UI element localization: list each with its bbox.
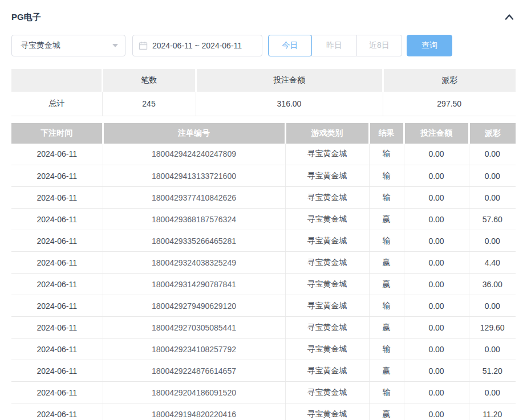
game-category-cell: 寻宝黄金城	[285, 165, 369, 187]
result-cell: 输	[369, 187, 404, 209]
last-8-days-button[interactable]: 近8日	[356, 35, 402, 56]
bet-amount-cell: 0.00	[404, 274, 469, 295]
date-range-input[interactable]: 2024-06-11 ~ 2024-06-11	[132, 35, 262, 56]
result-cell: 赢	[369, 209, 404, 230]
header-payout: 派彩	[469, 123, 516, 144]
order-id-cell: 1800429204186091520	[103, 382, 285, 403]
summary-header-empty	[11, 69, 102, 92]
table-row: 2024-06-111800429204186091520寻宝黄金城输0.000…	[11, 382, 516, 403]
chevron-up-icon	[504, 13, 514, 21]
bet-table-header-row: 下注时间 注单编号 游戏类别 结果 投注金额 派彩	[11, 123, 516, 144]
date-quick-button-group: 今日 昨日 近8日	[268, 35, 402, 56]
payout-cell: 11.20	[469, 403, 516, 420]
payout-cell: 0.00	[469, 144, 516, 165]
bet-amount-cell: 0.00	[404, 317, 469, 339]
table-row: 2024-06-111800429314290787841寻宝黄金城赢0.003…	[11, 274, 516, 295]
order-id-cell: 1800429279490629120	[103, 295, 285, 317]
header-result: 结果	[369, 123, 404, 144]
collapse-panel-button[interactable]	[503, 12, 516, 22]
order-id-cell: 1800429413133721600	[103, 165, 285, 187]
header-bet-time: 下注时间	[11, 123, 103, 144]
yesterday-button[interactable]: 昨日	[311, 35, 357, 56]
payout-cell: 0.00	[469, 382, 516, 403]
game-category-cell: 寻宝黄金城	[285, 274, 369, 295]
game-select-value: 寻宝黄金城	[21, 40, 60, 51]
bet-amount-cell: 0.00	[404, 209, 469, 230]
table-row: 2024-06-111800429424240247809寻宝黄金城输0.000…	[11, 144, 516, 165]
bet-time-cell: 2024-06-11	[11, 382, 103, 403]
bet-time-cell: 2024-06-11	[11, 274, 103, 295]
table-row: 2024-06-111800429224876614657寻宝黄金城赢0.005…	[11, 360, 516, 382]
filter-toolbar: 寻宝黄金城 2024-06-11 ~ 2024-06-11 今日 昨日 近8日 …	[11, 35, 516, 56]
table-row: 2024-06-111800429377410842626寻宝黄金城输0.000…	[11, 187, 516, 209]
bet-amount-cell: 0.00	[404, 144, 469, 165]
today-button[interactable]: 今日	[268, 35, 312, 56]
summary-header-row: 笔数 投注金额 派彩	[11, 69, 516, 92]
result-cell: 输	[369, 295, 404, 317]
date-range-value: 2024-06-11 ~ 2024-06-11	[152, 41, 242, 50]
bet-time-cell: 2024-06-11	[11, 403, 103, 420]
bet-amount-cell: 0.00	[404, 403, 469, 420]
game-category-cell: 寻宝黄金城	[285, 187, 369, 209]
bet-time-cell: 2024-06-11	[11, 339, 103, 360]
bet-amount-cell: 0.00	[404, 339, 469, 360]
game-category-cell: 寻宝黄金城	[285, 339, 369, 360]
search-button[interactable]: 查询	[407, 35, 452, 56]
bet-time-cell: 2024-06-11	[11, 209, 103, 230]
result-cell: 赢	[369, 252, 404, 274]
bet-time-cell: 2024-06-11	[11, 317, 103, 339]
game-category-cell: 寻宝黄金城	[285, 209, 369, 230]
result-cell: 输	[369, 382, 404, 403]
game-category-cell: 寻宝黄金城	[285, 317, 369, 339]
calendar-icon	[139, 41, 148, 50]
table-row: 2024-06-111800429270305085441寻宝黄金城赢0.001…	[11, 317, 516, 339]
payout-cell: 0.00	[469, 339, 516, 360]
panel-header: PG电子	[11, 0, 516, 24]
order-id-cell: 1800429335266465281	[103, 230, 285, 252]
bet-amount-cell: 0.00	[404, 360, 469, 382]
bet-time-cell: 2024-06-11	[11, 187, 103, 209]
bet-time-cell: 2024-06-11	[11, 165, 103, 187]
bet-amount-cell: 0.00	[404, 252, 469, 274]
summary-total-bet-amount: 316.00	[196, 92, 383, 116]
bet-amount-cell: 0.00	[404, 230, 469, 252]
payout-cell: 4.40	[469, 252, 516, 274]
result-cell: 输	[369, 230, 404, 252]
game-category-cell: 寻宝黄金城	[285, 295, 369, 317]
bet-time-cell: 2024-06-11	[11, 230, 103, 252]
page-title: PG电子	[11, 12, 41, 23]
order-id-cell: 1800429194820220416	[103, 403, 285, 420]
order-id-cell: 1800429314290787841	[103, 274, 285, 295]
payout-cell: 0.00	[469, 165, 516, 187]
summary-total-label: 总计	[11, 92, 102, 116]
result-cell: 赢	[369, 360, 404, 382]
order-id-cell: 1800429324038325249	[103, 252, 285, 274]
game-category-cell: 寻宝黄金城	[285, 360, 369, 382]
bet-amount-cell: 0.00	[404, 187, 469, 209]
game-select[interactable]: 寻宝黄金城	[11, 35, 125, 56]
result-cell: 赢	[369, 403, 404, 420]
bet-records-table: 下注时间 注单编号 游戏类别 结果 投注金额 派彩 2024-06-111800…	[11, 123, 516, 420]
game-category-cell: 寻宝黄金城	[285, 230, 369, 252]
result-cell: 输	[369, 165, 404, 187]
summary-table: 笔数 投注金额 派彩 总计 245 316.00 297.50	[11, 69, 516, 116]
payout-cell: 51.20	[469, 360, 516, 382]
bet-time-cell: 2024-06-11	[11, 144, 103, 165]
summary-total-payout: 297.50	[383, 92, 516, 116]
payout-cell: 36.00	[469, 274, 516, 295]
summary-header-bet-amount: 投注金额	[196, 69, 383, 92]
header-bet-amount: 投注金额	[404, 123, 469, 144]
result-cell: 赢	[369, 317, 404, 339]
bet-amount-cell: 0.00	[404, 382, 469, 403]
summary-header-payout: 派彩	[383, 69, 516, 92]
table-row: 2024-06-111800429194820220416寻宝黄金城赢0.001…	[11, 403, 516, 420]
bet-time-cell: 2024-06-11	[11, 295, 103, 317]
result-cell: 赢	[369, 274, 404, 295]
game-category-cell: 寻宝黄金城	[285, 382, 369, 403]
order-id-cell: 1800429424240247809	[103, 144, 285, 165]
payout-cell: 0.00	[469, 187, 516, 209]
header-order-id: 注单编号	[103, 123, 285, 144]
header-game-category: 游戏类别	[285, 123, 369, 144]
bet-amount-cell: 0.00	[404, 295, 469, 317]
table-row: 2024-06-111800429279490629120寻宝黄金城输0.000…	[11, 295, 516, 317]
